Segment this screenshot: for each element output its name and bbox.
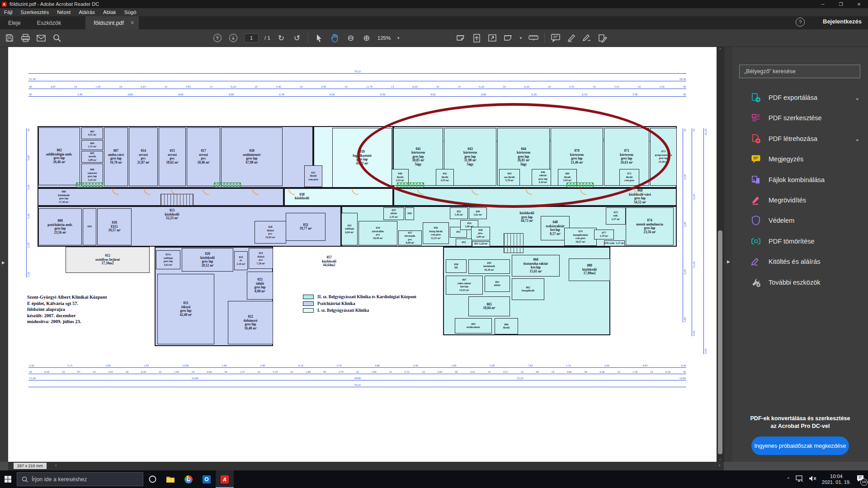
rotate-clockwise-icon[interactable]: ↻ bbox=[276, 33, 286, 43]
room-label-line: 23,56 m² bbox=[643, 230, 656, 235]
maximize-button[interactable]: ❐ bbox=[832, 0, 850, 8]
tool-item-shorten[interactable]: Megrövidítés bbox=[732, 190, 868, 210]
file-explorer-icon[interactable] bbox=[161, 470, 179, 488]
horizontal-scrollbar[interactable]: 297 x 210 mm ‹ › bbox=[8, 462, 724, 470]
legend-swatch bbox=[303, 301, 314, 306]
scroll-left-icon[interactable]: ‹ bbox=[55, 463, 57, 468]
action-center-icon[interactable]: 19 bbox=[856, 475, 864, 484]
next-page-icon[interactable] bbox=[228, 33, 238, 43]
dimension-row: 70,52 bbox=[28, 381, 686, 387]
left-pane-grip[interactable]: ▶ bbox=[0, 47, 8, 462]
clock[interactable]: 10:04 2021. 01. 19. bbox=[822, 474, 851, 485]
zoom-in-icon[interactable]: ⊕ bbox=[362, 33, 372, 43]
fill-sign-tool-icon[interactable] bbox=[598, 33, 608, 43]
volume-muted-icon[interactable] bbox=[809, 475, 816, 483]
tray-expand-icon[interactable]: ⌃ bbox=[786, 477, 790, 482]
tool-label: PDF tömörítése bbox=[769, 238, 815, 245]
dimension-value: 6,30 bbox=[329, 93, 335, 96]
fit-dropdown-icon[interactable]: ▼ bbox=[519, 36, 523, 40]
tool-item-more-tools[interactable]: További eszközök bbox=[732, 272, 868, 292]
room-003: 0034,51 m² bbox=[81, 127, 103, 139]
room-028: 028öltözőpvc15,03 m² bbox=[255, 221, 286, 244]
dimension-value: 6,62 bbox=[430, 93, 436, 96]
tool-item-compress-pdf[interactable]: PDF tömörítése bbox=[732, 231, 868, 251]
dimension-value: 1,45 bbox=[95, 85, 101, 89]
close-button[interactable]: ✕ bbox=[850, 0, 868, 8]
email-icon[interactable] bbox=[36, 33, 46, 43]
tool-label: PDF szerkesztése bbox=[769, 114, 822, 122]
zoom-dropdown-icon[interactable]: ▼ bbox=[396, 36, 400, 40]
fit-page-icon[interactable] bbox=[472, 33, 481, 43]
menu-item-1[interactable]: Fájl bbox=[0, 9, 17, 15]
tab-close-icon[interactable]: ✕ bbox=[130, 20, 134, 26]
page-number-input[interactable]: 1 bbox=[244, 33, 259, 42]
tool-item-edit-pdf[interactable]: PDF szerkesztése bbox=[732, 108, 868, 128]
save-icon[interactable] bbox=[5, 33, 14, 43]
sign-pen-tool-icon[interactable] bbox=[582, 33, 592, 43]
sign-in-link[interactable]: Bejelentkezés bbox=[823, 18, 862, 25]
zoom-out-icon[interactable]: ⊖ bbox=[346, 33, 356, 43]
scroll-right-icon[interactable]: › bbox=[719, 463, 720, 468]
tool-item-comment[interactable]: Megjegyzés bbox=[732, 149, 868, 169]
select-tool-icon[interactable] bbox=[314, 33, 324, 43]
pdf-page[interactable]: 70,5251,3019,20304,65101,45102,65103,851… bbox=[8, 47, 717, 462]
menu-item-6[interactable]: Súgó bbox=[120, 9, 141, 15]
tab-tools[interactable]: Eszközök bbox=[29, 16, 70, 29]
dimension-value: 2,90 bbox=[604, 364, 609, 367]
tool-item-shield[interactable]: Védelem bbox=[732, 211, 868, 230]
stamp-search-input[interactable]: „Bélyegző” keresése bbox=[739, 65, 860, 78]
panel-collapse-grip[interactable]: ▶ bbox=[724, 47, 733, 462]
dimension-value: 13,20 bbox=[692, 261, 697, 269]
expand-left-pane-icon[interactable]: ▶ bbox=[2, 260, 5, 265]
red-ellipse-annotation[interactable] bbox=[357, 103, 670, 208]
tab-document[interactable]: földszint.pdf ✕ bbox=[85, 16, 139, 29]
scroll-down-icon[interactable]: ⌄ bbox=[717, 457, 724, 461]
menu-item-5[interactable]: Ablak bbox=[99, 9, 120, 15]
acrobat-taskbar-icon[interactable]: A bbox=[216, 470, 234, 488]
fit-width-icon[interactable] bbox=[503, 33, 513, 43]
tool-item-combine-files[interactable]: Fájlok kombinálása bbox=[732, 170, 868, 190]
vertical-scroll-thumb[interactable] bbox=[718, 230, 722, 454]
zoom-level[interactable]: 125% bbox=[377, 35, 391, 41]
minimize-button[interactable]: ─ bbox=[814, 0, 832, 8]
search-icon[interactable] bbox=[52, 33, 62, 43]
tool-item-create-pdf[interactable]: PDF létrehozása⌄ bbox=[732, 129, 868, 149]
rotate-counterclockwise-icon[interactable]: ↺ bbox=[292, 33, 302, 43]
room-id: 076 vetk. 1,27 m² bbox=[604, 242, 624, 245]
fullscreen-icon[interactable] bbox=[487, 33, 497, 43]
previous-page-icon[interactable] bbox=[212, 33, 222, 43]
tool-label: PDF létrehozása bbox=[769, 135, 817, 142]
hand-tool-icon[interactable] bbox=[330, 33, 340, 43]
title-block-line: földszint alaprajza bbox=[27, 306, 107, 313]
network-icon[interactable] bbox=[796, 475, 803, 483]
taskbar-search-input[interactable]: Írjon ide a kereséshez bbox=[17, 472, 143, 486]
scroll-up-icon[interactable]: ⌃ bbox=[717, 48, 724, 52]
cortana-icon[interactable] bbox=[143, 470, 161, 488]
print-icon[interactable] bbox=[20, 33, 30, 43]
highlighter-tool-icon[interactable] bbox=[566, 33, 576, 43]
tool-label: Megrövidítés bbox=[769, 197, 806, 204]
dimension-row: 51,3019,20 bbox=[28, 75, 686, 81]
dimension-value: 1,55 bbox=[566, 364, 571, 367]
dimension-value: 10 bbox=[421, 370, 425, 374]
vertical-scrollbar[interactable]: ⌃ ⌄ bbox=[717, 47, 724, 462]
chevron-down-icon[interactable]: ⌄ bbox=[854, 135, 860, 142]
menu-item-3[interactable]: Nézet bbox=[53, 9, 75, 15]
tool-item-export-pdf[interactable]: PDF exportálása⌄ bbox=[732, 88, 868, 108]
tab-home[interactable]: Eleje bbox=[0, 16, 29, 29]
help-icon[interactable]: ? bbox=[796, 18, 805, 27]
dimension-row: 70,52 bbox=[28, 68, 686, 74]
tool-item-fill-sign[interactable]: Kitöltés és aláírás bbox=[732, 252, 868, 272]
measure-icon[interactable] bbox=[528, 33, 538, 43]
chevron-down-icon[interactable]: ⌄ bbox=[854, 94, 860, 101]
acrobat-app-icon: A bbox=[2, 2, 7, 7]
start-button[interactable] bbox=[5, 476, 11, 483]
comment-tool-icon[interactable] bbox=[551, 33, 561, 43]
outlook-icon[interactable]: O bbox=[198, 470, 216, 488]
menu-item-4[interactable]: Aláírás bbox=[75, 9, 99, 15]
collapse-panel-icon[interactable]: ▶ bbox=[727, 259, 730, 264]
fit-one-page-icon[interactable] bbox=[456, 33, 466, 43]
start-free-trial-button[interactable]: Ingyenes próbaidőszak megkezdése bbox=[751, 436, 849, 455]
chrome-icon[interactable] bbox=[179, 470, 198, 488]
menu-item-2[interactable]: Szerkesztés bbox=[17, 9, 53, 15]
